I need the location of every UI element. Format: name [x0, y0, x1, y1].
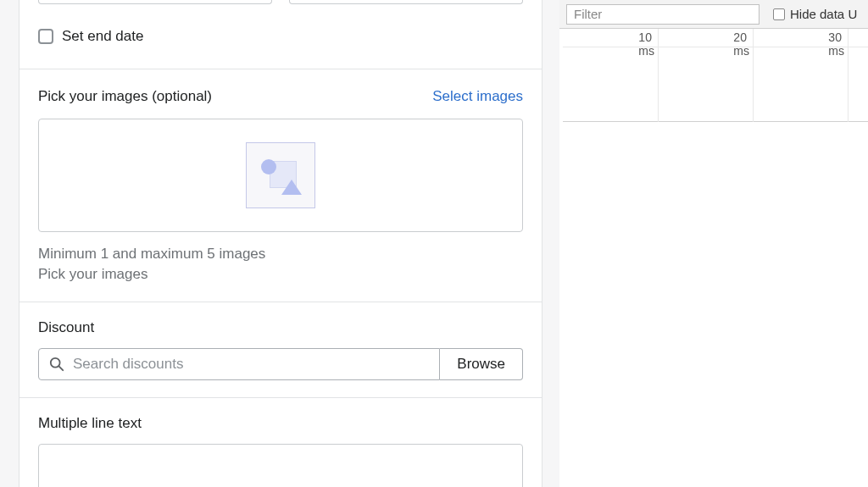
- mlt-title: Multiple line text: [38, 415, 523, 432]
- timeline-ruler: 10 ms 20 ms 30 ms: [563, 29, 868, 47]
- browse-button[interactable]: Browse: [440, 348, 523, 380]
- discount-search-input[interactable]: [73, 356, 429, 373]
- set-end-date-checkbox[interactable]: [38, 29, 53, 44]
- input-outline-2[interactable]: [289, 0, 523, 4]
- hide-data-label: Hide data U: [790, 7, 857, 21]
- mlt-textarea[interactable]: [38, 444, 523, 487]
- images-help-line2: Pick your images: [38, 264, 523, 285]
- select-images-link[interactable]: Select images: [432, 88, 523, 105]
- discount-title: Discount: [38, 319, 523, 336]
- images-title: Pick your images (optional): [38, 88, 212, 105]
- devtools-toolbar: Hide data U: [559, 0, 868, 29]
- filter-input[interactable]: [566, 4, 760, 25]
- timeline-area[interactable]: 10 ms 20 ms 30 ms: [563, 29, 868, 122]
- set-end-date-label: Set end date: [62, 28, 143, 45]
- images-help: Minimum 1 and maximum 5 images Pick your…: [38, 244, 523, 285]
- svg-line-1: [59, 366, 64, 370]
- ruler-10ms: 10 ms: [638, 30, 658, 58]
- images-help-line1: Minimum 1 and maximum 5 images: [38, 244, 523, 264]
- search-icon: [49, 357, 64, 372]
- svg-point-0: [51, 357, 60, 367]
- images-section: Pick your images (optional) Select image…: [19, 69, 542, 302]
- discount-section: Discount Browse: [19, 302, 542, 398]
- image-dropzone[interactable]: [38, 119, 523, 232]
- discount-search-wrapper[interactable]: [38, 348, 440, 380]
- ruler-20ms: 20 ms: [733, 30, 753, 58]
- ruler-30ms: 30 ms: [828, 30, 848, 58]
- set-end-date-row: Set end date: [19, 4, 542, 69]
- hide-data-checkbox[interactable]: [773, 8, 785, 20]
- input-outline-1[interactable]: [38, 0, 272, 4]
- image-placeholder-icon: [246, 142, 315, 208]
- mlt-section: Multiple line text: [19, 398, 542, 487]
- devtools-panel: Hide data U 10 ms 20 ms 30 ms: [559, 0, 868, 487]
